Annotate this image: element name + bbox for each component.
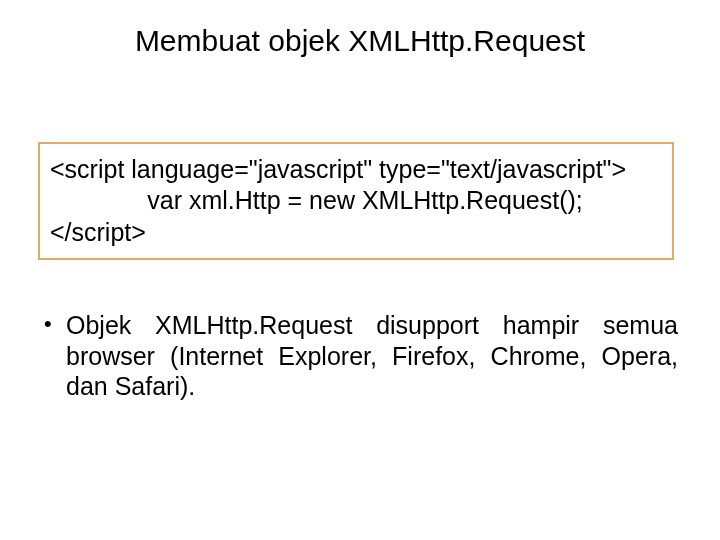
code-line-2: var xml.Http = new XMLHttp.Request(); bbox=[50, 185, 662, 216]
code-box: <script language="javascript" type="text… bbox=[38, 142, 674, 260]
bullet-marker: • bbox=[44, 310, 66, 339]
bullet-item: • Objek XMLHttp.Request disupport hampir… bbox=[44, 310, 678, 402]
slide-title: Membuat objek XMLHttp.Request bbox=[0, 24, 720, 58]
bullet-text: Objek XMLHttp.Request disupport hampir s… bbox=[66, 310, 678, 402]
code-line-3: </script> bbox=[50, 217, 662, 248]
code-line-1: <script language="javascript" type="text… bbox=[50, 154, 662, 185]
bullet-block: • Objek XMLHttp.Request disupport hampir… bbox=[44, 310, 678, 402]
slide: Membuat objek XMLHttp.Request <script la… bbox=[0, 0, 720, 540]
